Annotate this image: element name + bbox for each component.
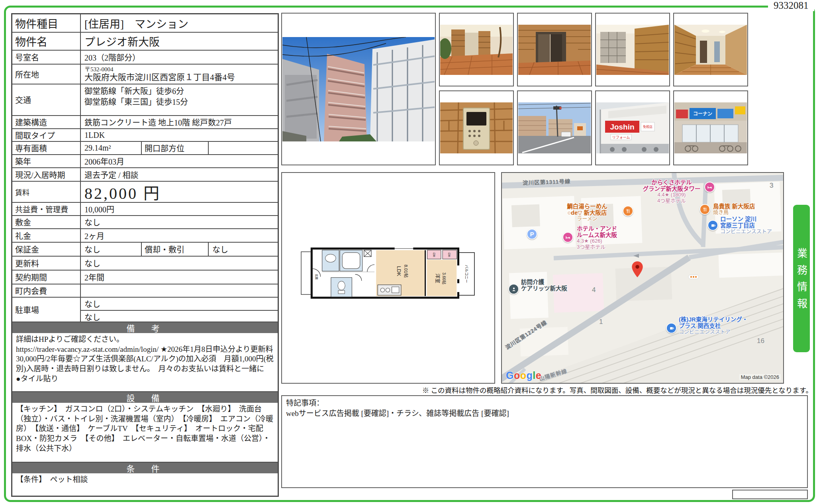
poi-name: 宮原三丁目店 — [720, 222, 772, 229]
parking-value-1: なし — [81, 298, 278, 311]
poi-rating: 4.3★ (626) — [577, 238, 617, 244]
row-label: 物件種目 — [12, 14, 81, 32]
row-label: 共益費・管理費 — [12, 203, 81, 215]
poi-name: ○de▽ 新大阪店 — [553, 210, 621, 216]
photo-frame-entrance-door — [517, 13, 592, 86]
row-value: 10,000円 — [81, 203, 278, 215]
block-number: 16 — [757, 337, 764, 345]
table-row: 号室名 203（2階部分） — [12, 51, 278, 65]
row-label: 交通 — [12, 84, 81, 115]
table-row: 礼金 2ヶ月 — [12, 229, 278, 243]
row-label: 現況/入居時期 — [12, 168, 81, 181]
table-row: 契約期間 2年間 — [12, 271, 278, 284]
main-photo-frame — [281, 13, 436, 165]
konan-sign-text: コーナン — [693, 111, 712, 117]
convenience-store-icon[interactable] — [666, 323, 677, 333]
poi-category: コンビニエンスストア — [720, 229, 772, 235]
poi-category: 3つ星ホテル — [577, 244, 617, 250]
balcony-label: バルコニー — [464, 265, 468, 283]
parking-icon[interactable]: P — [527, 229, 537, 239]
row-value-2: なし — [209, 243, 278, 256]
hallway-photo — [674, 25, 747, 75]
table-row: 物件名 プレジオ新大阪 — [12, 33, 278, 51]
hotel-icon[interactable] — [704, 182, 715, 192]
ldk-label: LDK — [396, 266, 402, 277]
table-row: 更新料 なし — [12, 257, 278, 271]
row-value: 203（2階部分） — [81, 51, 278, 64]
poi-hotel-androoms[interactable]: ホテル・アンド ルームス新大阪 4.3★ (626) 3つ星ホテル — [577, 226, 617, 250]
photo-frame-joshin-store: Joshin 免税店 リフォーム — [595, 90, 670, 165]
parking-letter: P — [530, 231, 534, 237]
remarks-line: 詳細はHPよりご確認ください。 — [16, 335, 274, 345]
stamp-box — [732, 490, 808, 499]
poi-name: プラス 関西支社 — [679, 323, 748, 329]
business-info-tab[interactable]: 業務情報 — [793, 205, 810, 352]
poi-name: 訪問介護 — [521, 279, 567, 285]
table-row: 賃料 82,000 円 — [12, 182, 278, 203]
row-label: 賃料 — [12, 182, 81, 202]
property-sheet: 9332081 物件種目 [住居用] マンション 物件名 プレジオ新大阪 号室名… — [0, 0, 819, 504]
logo-letter: o — [514, 370, 520, 381]
table-row: 築年 2006年03月 — [12, 155, 278, 168]
row-label-2: 償却・敷引 — [142, 243, 209, 256]
logo-letter: G — [506, 370, 514, 381]
poi-karakusa-hotel[interactable]: からくさホテル グランデ新大阪タワー 4.4★ (1809) 4つ星ホテル — [638, 179, 705, 204]
row-label: 物件名 — [12, 33, 81, 50]
poi-torikizoku[interactable]: 鳥貴族 新大阪店 焼き鳥 — [713, 203, 755, 216]
row-value: 御堂筋線「新大阪」徒歩6分 御堂筋線「東三国」徒歩15分 — [81, 84, 278, 115]
business-info-tab-label: 業務情報 — [794, 242, 809, 315]
poi-lawson[interactable]: ローソン 淀川 宮原三丁目店 コンビニエンスストア — [720, 216, 772, 235]
map-copyright: Map data ©2026 — [739, 374, 781, 380]
closet-label: 収納 — [448, 252, 451, 257]
row-value: 退去予定 / 相談 — [81, 168, 278, 181]
duty-free-sign-text: 免税店 — [643, 125, 652, 129]
poi-ramen[interactable]: 鯛白湯らーめん ○de▽ 新大阪店 ラーメン — [553, 203, 621, 222]
logo-letter: o — [520, 370, 527, 381]
special-notes-box: 特記事項： webサービス広告掲載 [要確認]・チラシ、雑誌等掲載広告 [要確認… — [281, 395, 808, 488]
rent-value: 82,000 円 — [81, 182, 278, 202]
restaurant-icon[interactable] — [623, 206, 633, 216]
road-label-top: 淀川区第1311号線 — [523, 177, 571, 186]
table-row: 建築構造 鉄筋コンクリート造 地上10階 総戸数27戸 — [12, 116, 278, 129]
convenience-store-icon[interactable] — [707, 220, 718, 231]
joshin-sign-text: Joshin — [610, 123, 634, 131]
table-row: 現況/入居時期 退去予定 / 相談 — [12, 168, 278, 182]
row-value: 〒532-0004 大阪府大阪市淀川区西宮原１丁目4番4号 — [81, 65, 278, 84]
property-location-pin[interactable] — [632, 261, 643, 277]
photo-frame-intercom — [439, 90, 514, 165]
reform-sign-text: リフォーム — [612, 135, 630, 139]
intercom-panel-photo — [440, 102, 513, 153]
document-number: 9332081 — [768, 0, 814, 11]
disclaimer-note: ※ この資料は物件の概略紹介資料になります。写真、間取図面、設備、概要などが現況… — [281, 385, 813, 395]
entrance-approach-photo — [440, 25, 513, 75]
poi-name: ケアリッツ新大阪 — [521, 285, 567, 292]
google-logo: Google — [506, 370, 541, 381]
row-label: 駐車場 — [12, 298, 81, 322]
logo-letter: g — [527, 370, 533, 381]
transit-line-1: 御堂筋線「新大阪」徒歩6分 — [84, 86, 184, 97]
restaurant-icon[interactable] — [699, 204, 710, 215]
table-row: 交通 御堂筋線「新大阪」徒歩6分 御堂筋線「東三国」徒歩15分 — [12, 84, 278, 116]
konan-store-photo: コーナン — [674, 102, 747, 153]
table-row: 所在地 〒532-0004 大阪府大阪市淀川区西宮原１丁目4番4号 — [12, 65, 278, 84]
row-value: 2年間 — [81, 271, 278, 284]
ldk-size-label: 8.01帖 — [404, 265, 408, 278]
postal-code: 〒532-0004 — [84, 66, 114, 73]
poi-rating: 4.4★ (1809) — [638, 192, 705, 198]
block-number: 4 — [592, 286, 596, 294]
hotel-icon[interactable] — [562, 232, 573, 243]
row-value: なし — [81, 257, 278, 270]
care-service-icon[interactable] — [508, 284, 519, 294]
poi-category: コンビニエンスストア — [679, 329, 748, 335]
logo-letter: l — [533, 370, 535, 381]
location-map[interactable]: 淀川区第1311号線 淀川区第1224号線 山陽新幹線 3 4 1 16 からく… — [501, 172, 784, 384]
room-label: 洋室 — [435, 274, 441, 283]
poi-name: 鳥貴族 新大阪店 — [713, 203, 755, 210]
closet-label: 収納 — [433, 252, 436, 257]
poi-carelits[interactable]: 訪問介護 ケアリッツ新大阪 — [521, 279, 567, 292]
block-number: 3 — [770, 182, 773, 190]
remarks-text: 詳細はHPよりご確認ください。 https://trader-vacancy.a… — [12, 333, 278, 392]
block-number: 1 — [599, 318, 603, 326]
poi-name: ローソン 淀川 — [720, 216, 772, 222]
poi-jr-tokai-retailing[interactable]: (株)JR東海リテイリング・ プラス 関西支社 コンビニエンスストア — [679, 316, 748, 335]
